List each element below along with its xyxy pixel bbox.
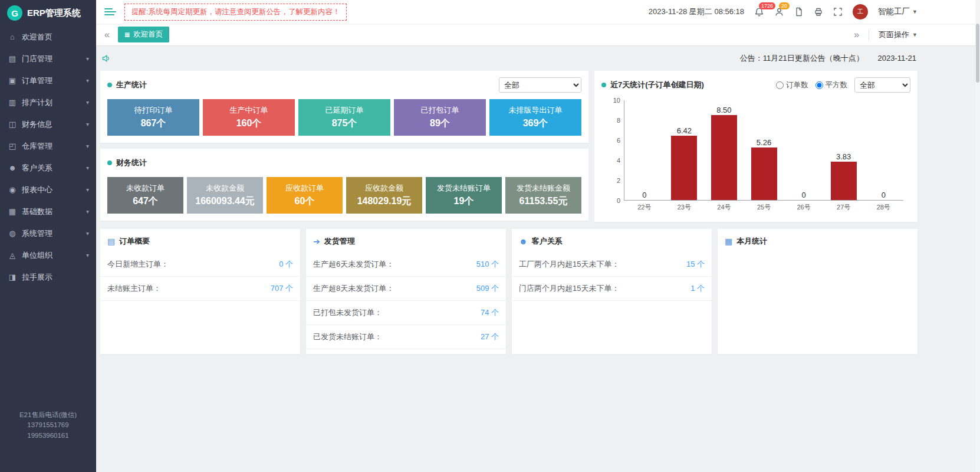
panel-header: 财务统计 (107, 155, 581, 171)
datetime-text: 2023-11-28 星期二 08:56:18 (649, 6, 744, 17)
production-card-0[interactable]: 待打印订单867个 (107, 99, 199, 136)
customer-icon: ☻ (7, 163, 18, 172)
sidebar-menu: ⌂欢迎首页▤门店管理▾▣订单管理▾▥排产计划▾◫财务信息▾◰仓库管理▾☻客户关系… (0, 26, 96, 288)
announcement-text: 公告：11月21日更新公告（晚十点） (740, 54, 864, 63)
home-icon: ⌂ (7, 32, 18, 41)
app-title: ERP管理系统 (27, 8, 81, 19)
chart-controls: 订单数 平方数 全部 (776, 77, 910, 93)
sidebar-item-basedata[interactable]: ▦基础数据▾ (0, 201, 96, 222)
bar[interactable] (711, 115, 737, 201)
sidebar-item-lashou[interactable]: ◨拉手展示 (0, 266, 96, 288)
stat-label: 工厂两个月内超15天未下单： (519, 259, 619, 270)
finance-cards: 未收款订单647个未收款金额1660093.44元应收款订单60个应收款金额14… (107, 177, 581, 214)
production-card-3[interactable]: 已打包订单89个 (394, 99, 486, 136)
grid-icon: ▦ (124, 31, 130, 38)
card-label: 已延期订单 (325, 105, 364, 116)
stat-row: 今日新增主订单：0 个 (100, 253, 300, 277)
finance-card-2[interactable]: 应收款订单60个 (267, 177, 343, 214)
finance-card-1[interactable]: 未收款金额1660093.44元 (187, 177, 263, 214)
radio-label: 订单数 (786, 80, 808, 90)
bar-value-label: 6.42 (677, 126, 692, 135)
finance-card-4[interactable]: 发货未结账订单19个 (426, 177, 502, 214)
order-summary-icon: ▤ (107, 237, 115, 246)
bar[interactable] (831, 162, 857, 200)
sidebar-item-label: 仓库管理 (22, 141, 52, 152)
sidebar-item-system[interactable]: ◍系统管理▾ (0, 222, 96, 244)
sidebar-item-org[interactable]: ◬单位组织▾ (0, 244, 96, 266)
bar-value-label: 5.26 (757, 138, 771, 147)
chart-bar-group: 022号 (624, 100, 665, 200)
chart-filter-select[interactable]: 全部 (854, 77, 910, 93)
document-button[interactable] (794, 7, 804, 17)
stat-label: 已打包未发货订单： (313, 307, 382, 318)
sidebar-item-label: 系统管理 (22, 228, 52, 239)
sidebar-item-finance[interactable]: ◫财务信息▾ (0, 113, 96, 135)
chevron-down-icon: ▾ (86, 186, 89, 193)
print-button[interactable] (814, 7, 823, 17)
sidebar-item-report[interactable]: ◉报表中心▾ (0, 179, 96, 201)
finance-card-0[interactable]: 未收款订单647个 (107, 177, 183, 214)
production-card-4[interactable]: 未排版导出订单369个 (489, 99, 581, 136)
hamburger-icon[interactable] (104, 6, 116, 18)
radio-order-count[interactable]: 订单数 (776, 80, 808, 90)
page-actions-menu[interactable]: 页面操作 ▼ (869, 30, 917, 40)
stat-value[interactable]: 707 个 (271, 283, 293, 294)
sidebar-item-order[interactable]: ▣订单管理▾ (0, 70, 96, 91)
chevron-down-icon: ▾ (86, 55, 89, 62)
scrollbar-thumb[interactable] (976, 24, 979, 83)
announcement-link[interactable]: 公告：11月21日更新公告（晚十点） 2023-11-21 (740, 53, 916, 64)
sidebar-item-label: 财务信息 (22, 119, 52, 130)
report-icon: ◉ (7, 185, 18, 194)
sidebar-item-store[interactable]: ▤门店管理▾ (0, 48, 96, 70)
avatar[interactable]: 工 (853, 4, 868, 19)
stat-value[interactable]: 74 个 (481, 307, 499, 318)
panel-title: 订单概要 (119, 236, 150, 247)
production-card-1[interactable]: 生产中订单160个 (203, 99, 295, 136)
stat-value[interactable]: 1 个 (690, 283, 705, 294)
y-tick-label: 4 (604, 157, 620, 164)
stat-value[interactable]: 15 个 (686, 259, 705, 270)
radio-square-count[interactable]: 平方数 (815, 80, 848, 90)
tab-label: 欢迎首页 (133, 30, 163, 40)
sidebar-item-label: 订单管理 (22, 76, 52, 86)
production-stats-panel: 生产统计 全部 待打印订单867个生产中订单160个已延期订单875个已打包订单… (100, 71, 588, 143)
radio-order-count-input[interactable] (776, 81, 784, 89)
sidebar-item-customer[interactable]: ☻客户关系▾ (0, 157, 96, 179)
stat-value[interactable]: 509 个 (476, 283, 499, 294)
sidebar-item-home[interactable]: ⌂欢迎首页 (0, 26, 96, 48)
tabs-scroll-left-icon[interactable]: « (102, 30, 112, 40)
warehouse-icon: ◰ (7, 142, 18, 150)
tabs-scroll-right-icon[interactable]: » (851, 30, 861, 40)
scrollbar[interactable] (975, 0, 980, 472)
finance-card-5[interactable]: 发货未结账金额61153.55元 (505, 177, 581, 214)
bar[interactable] (671, 136, 697, 200)
shipping-panel: ➔发货管理生产超6天未发货订单：510 个生产超8天未发货订单：509 个已打包… (306, 229, 506, 354)
speaker-button[interactable] (101, 54, 111, 63)
dot-icon (107, 160, 112, 165)
tabbar-right: » 页面操作 ▼ (851, 30, 917, 40)
sidebar-item-warehouse[interactable]: ◰仓库管理▾ (0, 135, 96, 157)
bar[interactable] (751, 148, 777, 200)
stat-row: 已发货未结账订单：27 个 (306, 325, 506, 349)
finance-card-3[interactable]: 应收款金额148029.19元 (346, 177, 422, 214)
user-menu[interactable]: 智能工厂 ▼ (878, 6, 917, 17)
bell-button[interactable]: 1726 (754, 7, 764, 17)
fullscreen-button[interactable] (833, 7, 843, 17)
stat-value[interactable]: 0 个 (279, 259, 293, 270)
production-filter-select[interactable]: 全部 (499, 77, 581, 93)
panel-title: 生产统计 (116, 80, 147, 90)
y-tick-label: 0 (604, 197, 620, 204)
sidebar-item-plan[interactable]: ▥排产计划▾ (0, 91, 96, 113)
chevron-down-icon: ▼ (912, 32, 917, 38)
message-button[interactable]: 20 (774, 7, 784, 17)
stat-label: 生产超8天未发货订单： (313, 283, 394, 294)
footer-line: E21售后电话(微信) (0, 410, 96, 421)
main-content: 公告：11月21日更新公告（晚十点） 2023-11-21 生产统计 全部 待打… (96, 46, 980, 354)
radio-square-count-input[interactable] (815, 81, 823, 89)
tab-home[interactable]: ▦ 欢迎首页 (118, 27, 169, 42)
page: 提醒:系统每周定期更新，请注意查阅更新公告，了解更新内容！ 2023-11-28… (96, 0, 980, 354)
y-tick-label: 6 (604, 137, 620, 144)
production-card-2[interactable]: 已延期订单875个 (298, 99, 390, 136)
stat-value[interactable]: 27 个 (481, 332, 499, 342)
stat-value[interactable]: 510 个 (476, 259, 499, 270)
